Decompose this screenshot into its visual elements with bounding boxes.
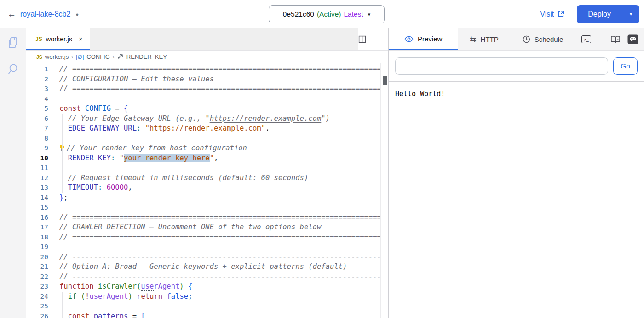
line-number: 23 <box>26 282 56 292</box>
chevron-right-icon: › <box>113 54 115 60</box>
line-number: 17 <box>26 222 56 233</box>
close-tab-icon[interactable]: × <box>79 35 83 43</box>
editor-scrollbar[interactable] <box>380 63 388 318</box>
code-line[interactable]: 4 <box>26 94 388 104</box>
top-bar: ← royal-lake-8cb2 ● 0e521c60 (Active) La… <box>0 0 644 28</box>
code-line[interactable]: 24 if (!userAgent) return false; <box>26 292 388 302</box>
code-line[interactable]: 11 <box>26 163 388 173</box>
code-line[interactable]: 14}; <box>26 193 388 203</box>
worker-name-link[interactable]: royal-lake-8cb2 <box>20 10 70 18</box>
breadcrumb-symbol-config[interactable]: CONFIG <box>86 53 110 60</box>
line-number: 20 <box>26 252 56 262</box>
code-line[interactable]: 3// ====================================… <box>26 84 388 94</box>
tab-preview-label: Preview <box>418 35 442 43</box>
line-number: 7 <box>26 124 56 134</box>
line-number: 15 <box>26 203 56 213</box>
code-line[interactable]: 13 TIMEOUT: 60000, <box>26 183 388 193</box>
chevron-down-icon: ▾ <box>368 11 371 17</box>
code-line[interactable]: 15 <box>26 203 388 213</box>
deploy-dropdown-button[interactable]: ▾ <box>622 5 639 23</box>
editor-tab-bar: JS worker.js × ··· <box>26 28 388 51</box>
docs-book-icon[interactable] <box>610 35 621 44</box>
line-number: 18 <box>26 233 56 243</box>
tab-worker-js[interactable]: JS worker.js × <box>26 28 90 50</box>
code-line[interactable]: 22// -----------------------------------… <box>26 272 388 282</box>
preview-url-input[interactable] <box>395 57 608 75</box>
deploy-split-button: Deploy ▾ <box>577 5 639 23</box>
scrollbar-thumb[interactable] <box>383 76 387 85</box>
indent-guide <box>62 114 63 193</box>
code-line[interactable]: 23function isCrawler(userAgent) { <box>26 282 388 292</box>
panel-tab-bar: Preview ⇆ HTTP Schedule >_ <box>389 28 644 51</box>
version-active-status: (Active) <box>317 10 341 18</box>
main-area: JS worker.js × ··· JS worker.js › [∅] CO… <box>0 28 644 318</box>
code-line[interactable]: 18// ===================================… <box>26 233 388 243</box>
discord-chat-icon[interactable] <box>627 34 638 44</box>
indent-guide <box>62 292 63 318</box>
code-line[interactable]: 16// ===================================… <box>26 213 388 223</box>
code-line[interactable]: 26 const patterns = [ <box>26 312 388 318</box>
code-line[interactable]: 2// CONFIGURATION – Edit these values <box>26 74 388 85</box>
more-actions-icon[interactable]: ··· <box>374 35 382 43</box>
js-file-icon: JS <box>36 54 42 60</box>
tab-preview[interactable]: Preview <box>389 28 458 50</box>
code-lines: 1// ====================================… <box>26 64 388 318</box>
line-number: 9 <box>26 143 56 153</box>
js-file-icon: JS <box>35 36 42 42</box>
code-line[interactable]: 8 <box>26 134 388 144</box>
line-number: 5 <box>26 104 56 114</box>
preview-output: Hello World! <box>389 82 644 106</box>
clock-icon <box>523 35 530 43</box>
code-line[interactable]: 9// Your render key from host configurat… <box>26 143 388 153</box>
breadcrumb: JS worker.js › [∅] CONFIG › RENDER_KEY <box>26 51 388 63</box>
code-line[interactable]: 17// CRAWLER DETECTION – Uncomment ONE o… <box>26 222 388 233</box>
tab-schedule[interactable]: Schedule <box>511 28 575 50</box>
url-bar: Go <box>389 51 644 81</box>
go-button[interactable]: Go <box>613 57 638 75</box>
line-number: 26 <box>26 312 56 318</box>
line-number: 12 <box>26 173 56 183</box>
code-line[interactable]: 1// ====================================… <box>26 64 388 74</box>
line-number: 8 <box>26 134 56 144</box>
code-line[interactable]: 6 // Your Edge Gateway URL (e.g., "https… <box>26 114 388 124</box>
http-arrows-icon: ⇆ <box>470 34 476 44</box>
split-editor-icon[interactable] <box>358 35 366 43</box>
deploy-button[interactable]: Deploy <box>577 5 622 23</box>
line-number: 13 <box>26 183 56 193</box>
tab-filename: worker.js <box>46 35 72 43</box>
code-line[interactable]: 25 <box>26 301 388 312</box>
breadcrumb-symbol-render-key[interactable]: RENDER_KEY <box>126 53 167 60</box>
code-editor[interactable]: 1// ====================================… <box>26 63 388 318</box>
unsaved-changes-dot: ● <box>75 11 79 17</box>
visit-label: Visit <box>540 10 554 18</box>
search-icon[interactable] <box>6 62 19 76</box>
line-number: 6 <box>26 114 56 124</box>
breadcrumb-file[interactable]: worker.js <box>45 53 69 60</box>
code-line[interactable]: 21// Option A: Broad – Generic keywords … <box>26 262 388 272</box>
code-line[interactable]: 7 EDGE_GATEWAY_URL: "https://render.exam… <box>26 124 388 134</box>
code-line[interactable]: 10 RENDER_KEY: "your_render_key_here", <box>26 153 388 164</box>
back-arrow-icon[interactable]: ← <box>7 9 16 19</box>
line-number: 22 <box>26 272 56 282</box>
symbol-constant-icon: [∅] <box>76 54 84 60</box>
code-line[interactable]: 20// -----------------------------------… <box>26 252 388 262</box>
terminal-icon: >_ <box>581 35 591 43</box>
eye-icon <box>404 35 414 43</box>
activity-rail <box>0 28 26 318</box>
code-line[interactable]: 5const CONFIG = { <box>26 104 388 114</box>
version-dropdown[interactable]: 0e521c60 (Active) Latest ▾ <box>269 5 385 23</box>
tab-schedule-label: Schedule <box>535 35 564 43</box>
chevron-right-icon: › <box>71 54 73 60</box>
line-number: 19 <box>26 242 56 252</box>
tab-http[interactable]: ⇆ HTTP <box>458 28 510 50</box>
code-line[interactable]: 12 // Request timeout in milliseconds (d… <box>26 173 388 183</box>
version-latest-tag: Latest <box>344 10 363 18</box>
code-line[interactable]: 19 <box>26 242 388 252</box>
terminal-button[interactable]: >_ <box>575 28 598 50</box>
line-number: 24 <box>26 292 56 302</box>
tab-http-label: HTTP <box>481 35 499 43</box>
line-number: 2 <box>26 74 56 85</box>
line-number: 10 <box>26 153 56 164</box>
visit-link[interactable]: Visit <box>540 10 565 18</box>
files-icon[interactable] <box>6 36 19 50</box>
